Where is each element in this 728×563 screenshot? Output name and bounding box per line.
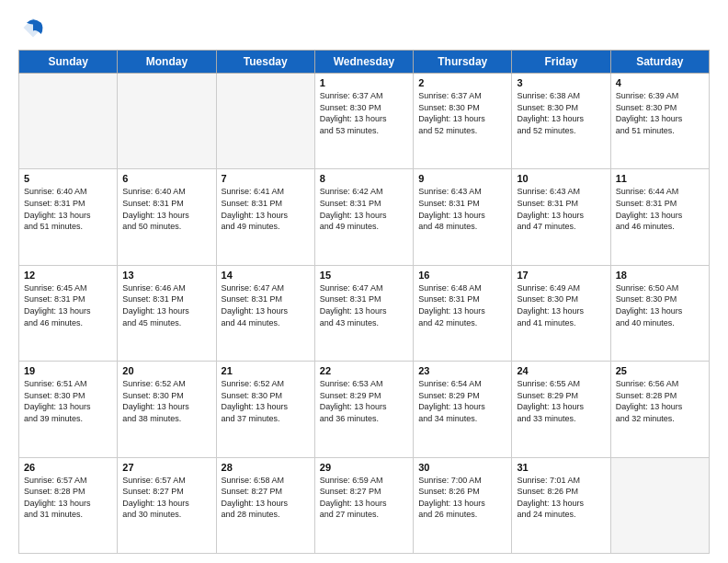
cell-text: Sunrise: 6:59 AM Sunset: 8:27 PM Dayligh…	[320, 475, 408, 521]
day-number: 5	[24, 173, 112, 184]
day-number: 28	[222, 462, 310, 473]
day-number: 25	[616, 365, 704, 376]
header	[18, 15, 710, 40]
calendar-cell: 30Sunrise: 7:00 AM Sunset: 8:26 PM Dayli…	[414, 457, 512, 553]
cell-text: Sunrise: 6:37 AM Sunset: 8:30 PM Dayligh…	[320, 90, 408, 136]
calendar-cell: 9Sunrise: 6:43 AM Sunset: 8:31 PM Daylig…	[414, 169, 512, 265]
cell-text: Sunrise: 6:57 AM Sunset: 8:28 PM Dayligh…	[24, 475, 112, 521]
calendar-cell: 28Sunrise: 6:58 AM Sunset: 8:27 PM Dayli…	[216, 457, 314, 553]
cell-text: Sunrise: 6:55 AM Sunset: 8:29 PM Dayligh…	[517, 378, 605, 424]
calendar-cell: 2Sunrise: 6:37 AM Sunset: 8:30 PM Daylig…	[414, 74, 512, 169]
calendar-cell: 13Sunrise: 6:46 AM Sunset: 8:31 PM Dayli…	[118, 265, 216, 361]
calendar-cell: 14Sunrise: 6:47 AM Sunset: 8:31 PM Dayli…	[216, 265, 314, 361]
calendar-cell: 1Sunrise: 6:37 AM Sunset: 8:30 PM Daylig…	[314, 74, 413, 169]
cell-text: Sunrise: 6:38 AM Sunset: 8:30 PM Dayligh…	[517, 90, 605, 136]
day-number: 29	[320, 462, 408, 473]
calendar-cell	[19, 74, 118, 169]
day-number: 15	[320, 270, 408, 281]
calendar-cell: 8Sunrise: 6:42 AM Sunset: 8:31 PM Daylig…	[314, 169, 413, 265]
cell-text: Sunrise: 7:01 AM Sunset: 8:26 PM Dayligh…	[517, 475, 605, 521]
cell-text: Sunrise: 6:56 AM Sunset: 8:28 PM Dayligh…	[616, 378, 704, 424]
calendar-cell: 22Sunrise: 6:53 AM Sunset: 8:29 PM Dayli…	[314, 362, 413, 457]
calendar-week-row: 26Sunrise: 6:57 AM Sunset: 8:28 PM Dayli…	[19, 457, 710, 553]
day-number: 18	[616, 270, 704, 281]
day-number: 17	[517, 270, 605, 281]
day-number: 7	[222, 173, 310, 184]
calendar-cell: 12Sunrise: 6:45 AM Sunset: 8:31 PM Dayli…	[19, 265, 118, 361]
cell-text: Sunrise: 6:53 AM Sunset: 8:29 PM Dayligh…	[320, 378, 408, 424]
day-number: 13	[122, 270, 210, 281]
calendar-cell: 10Sunrise: 6:43 AM Sunset: 8:31 PM Dayli…	[512, 169, 610, 265]
day-of-week-header: Monday	[118, 51, 216, 74]
cell-text: Sunrise: 6:47 AM Sunset: 8:31 PM Dayligh…	[222, 282, 310, 328]
day-of-week-header: Tuesday	[216, 51, 314, 74]
day-number: 30	[418, 462, 506, 473]
cell-text: Sunrise: 6:52 AM Sunset: 8:30 PM Dayligh…	[222, 378, 310, 424]
day-number: 22	[320, 365, 408, 376]
day-number: 23	[418, 365, 506, 376]
calendar-cell: 6Sunrise: 6:40 AM Sunset: 8:31 PM Daylig…	[118, 169, 216, 265]
calendar-cell: 25Sunrise: 6:56 AM Sunset: 8:28 PM Dayli…	[610, 362, 709, 457]
calendar-table: SundayMondayTuesdayWednesdayThursdayFrid…	[18, 50, 710, 554]
day-of-week-header: Sunday	[19, 51, 118, 74]
cell-text: Sunrise: 6:51 AM Sunset: 8:30 PM Dayligh…	[24, 378, 112, 424]
day-number: 31	[517, 462, 605, 473]
cell-text: Sunrise: 6:40 AM Sunset: 8:31 PM Dayligh…	[24, 186, 112, 232]
cell-text: Sunrise: 6:48 AM Sunset: 8:31 PM Dayligh…	[418, 282, 506, 328]
day-of-week-header: Saturday	[610, 51, 709, 74]
cell-text: Sunrise: 6:41 AM Sunset: 8:31 PM Dayligh…	[222, 186, 310, 232]
day-number: 9	[418, 173, 506, 184]
day-number: 2	[418, 77, 506, 88]
cell-text: Sunrise: 6:39 AM Sunset: 8:30 PM Dayligh…	[616, 90, 704, 136]
calendar-cell: 7Sunrise: 6:41 AM Sunset: 8:31 PM Daylig…	[216, 169, 314, 265]
calendar-cell: 11Sunrise: 6:44 AM Sunset: 8:31 PM Dayli…	[610, 169, 709, 265]
day-number: 6	[122, 173, 210, 184]
day-of-week-header: Friday	[512, 51, 610, 74]
day-number: 3	[517, 77, 605, 88]
day-number: 12	[24, 270, 112, 281]
cell-text: Sunrise: 6:58 AM Sunset: 8:27 PM Dayligh…	[222, 475, 310, 521]
cell-text: Sunrise: 6:44 AM Sunset: 8:31 PM Dayligh…	[616, 186, 704, 232]
calendar-cell: 17Sunrise: 6:49 AM Sunset: 8:30 PM Dayli…	[512, 265, 610, 361]
calendar-week-row: 12Sunrise: 6:45 AM Sunset: 8:31 PM Dayli…	[19, 265, 710, 361]
cell-text: Sunrise: 7:00 AM Sunset: 8:26 PM Dayligh…	[418, 475, 506, 521]
day-number: 4	[616, 77, 704, 88]
calendar-cell	[610, 457, 709, 553]
calendar-week-row: 5Sunrise: 6:40 AM Sunset: 8:31 PM Daylig…	[19, 169, 710, 265]
calendar-cell: 19Sunrise: 6:51 AM Sunset: 8:30 PM Dayli…	[19, 362, 118, 457]
cell-text: Sunrise: 6:54 AM Sunset: 8:29 PM Dayligh…	[418, 378, 506, 424]
day-number: 14	[222, 270, 310, 281]
cell-text: Sunrise: 6:52 AM Sunset: 8:30 PM Dayligh…	[122, 378, 210, 424]
calendar-cell: 16Sunrise: 6:48 AM Sunset: 8:31 PM Dayli…	[414, 265, 512, 361]
cell-text: Sunrise: 6:50 AM Sunset: 8:30 PM Dayligh…	[616, 282, 704, 328]
cell-text: Sunrise: 6:46 AM Sunset: 8:31 PM Dayligh…	[122, 282, 210, 328]
cell-text: Sunrise: 6:47 AM Sunset: 8:31 PM Dayligh…	[320, 282, 408, 328]
cell-text: Sunrise: 6:49 AM Sunset: 8:30 PM Dayligh…	[517, 282, 605, 328]
day-number: 16	[418, 270, 506, 281]
logo-icon	[20, 15, 46, 40]
cell-text: Sunrise: 6:45 AM Sunset: 8:31 PM Dayligh…	[24, 282, 112, 328]
calendar-cell: 18Sunrise: 6:50 AM Sunset: 8:30 PM Dayli…	[610, 265, 709, 361]
calendar-cell	[216, 74, 314, 169]
day-number: 27	[122, 462, 210, 473]
day-number: 8	[320, 173, 408, 184]
calendar-header-row: SundayMondayTuesdayWednesdayThursdayFrid…	[19, 51, 710, 74]
day-number: 20	[122, 365, 210, 376]
day-of-week-header: Wednesday	[314, 51, 413, 74]
day-number: 10	[517, 173, 605, 184]
calendar-cell: 29Sunrise: 6:59 AM Sunset: 8:27 PM Dayli…	[314, 457, 413, 553]
day-number: 26	[24, 462, 112, 473]
calendar-cell: 3Sunrise: 6:38 AM Sunset: 8:30 PM Daylig…	[512, 74, 610, 169]
calendar-cell: 23Sunrise: 6:54 AM Sunset: 8:29 PM Dayli…	[414, 362, 512, 457]
cell-text: Sunrise: 6:57 AM Sunset: 8:27 PM Dayligh…	[122, 475, 210, 521]
cell-text: Sunrise: 6:43 AM Sunset: 8:31 PM Dayligh…	[517, 186, 605, 232]
day-number: 24	[517, 365, 605, 376]
day-number: 21	[222, 365, 310, 376]
day-of-week-header: Thursday	[414, 51, 512, 74]
cell-text: Sunrise: 6:37 AM Sunset: 8:30 PM Dayligh…	[418, 90, 506, 136]
logo	[18, 15, 46, 40]
day-number: 19	[24, 365, 112, 376]
calendar-week-row: 19Sunrise: 6:51 AM Sunset: 8:30 PM Dayli…	[19, 362, 710, 457]
calendar-week-row: 1Sunrise: 6:37 AM Sunset: 8:30 PM Daylig…	[19, 74, 710, 169]
calendar-cell: 15Sunrise: 6:47 AM Sunset: 8:31 PM Dayli…	[314, 265, 413, 361]
